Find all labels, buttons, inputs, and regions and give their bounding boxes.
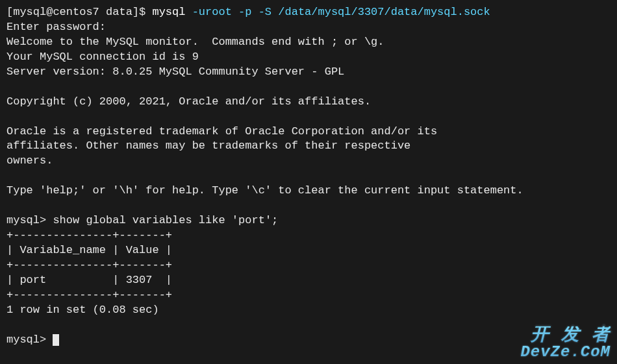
table-header: | Variable_name | Value | xyxy=(6,244,172,256)
command-binary: mysql xyxy=(152,6,185,18)
trademark-line-3: owners. xyxy=(6,154,53,167)
server-version-line: Server version: 8.0.25 MySQL Community S… xyxy=(6,66,344,78)
help-line: Type 'help;' or '\h' for help. Type '\c'… xyxy=(6,184,523,197)
command-args: -uroot -p -S /data/mysql/3307/data/mysql… xyxy=(185,6,490,18)
result-summary: 1 row in set (0.08 sec) xyxy=(6,304,159,316)
terminal-output[interactable]: [mysql@centos7 data]$ mysql -uroot -p -S… xyxy=(6,5,611,348)
mysql-prompt: mysql> xyxy=(6,214,53,226)
watermark-bottom: DevZe.CoM xyxy=(520,345,611,360)
welcome-line: Welcome to the MySQL monitor. Commands e… xyxy=(6,36,384,48)
trademark-line-2: affiliates. Other names may be trademark… xyxy=(6,140,410,152)
mysql-prompt: mysql> xyxy=(6,334,53,346)
watermark-top: 开 发 者 xyxy=(520,326,611,345)
enter-password-line: Enter password: xyxy=(6,21,106,33)
watermark: 开 发 者 DevZe.CoM xyxy=(520,326,611,360)
cursor-icon[interactable] xyxy=(53,334,59,346)
table-row: | port | 3307 | xyxy=(6,274,172,286)
sql-query: show global variables like 'port'; xyxy=(53,214,278,226)
trademark-line-1: Oracle is a registered trademark of Orac… xyxy=(6,125,437,138)
copyright-line: Copyright (c) 2000, 2021, Oracle and/or … xyxy=(6,95,371,108)
connection-id-line: Your MySQL connection id is 9 xyxy=(6,51,199,63)
shell-prompt: [mysql@centos7 data]$ xyxy=(6,6,152,18)
table-border: +---------------+-------+ xyxy=(6,259,172,271)
table-border: +---------------+-------+ xyxy=(6,289,172,301)
table-border: +---------------+-------+ xyxy=(6,229,172,241)
